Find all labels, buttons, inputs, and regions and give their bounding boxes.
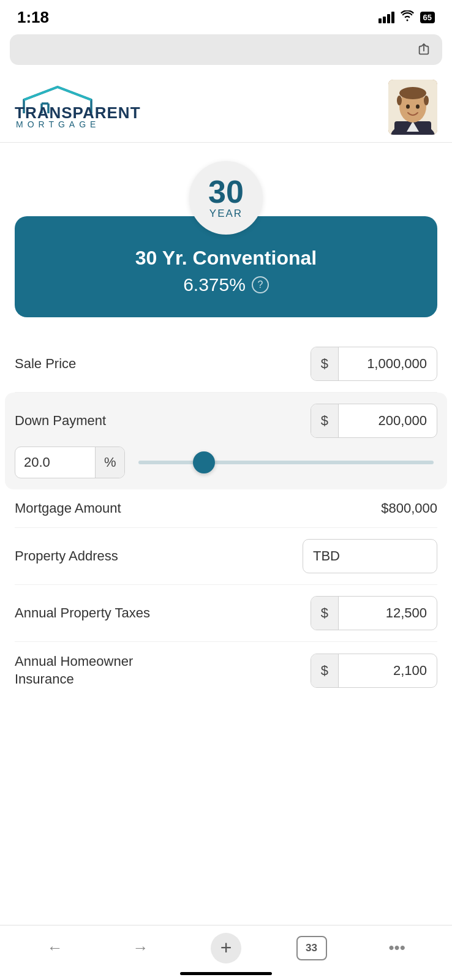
loan-rate: 6.375% bbox=[183, 274, 246, 295]
sale-price-input-wrap: $ bbox=[311, 347, 437, 381]
loan-section: 30 YEAR 30 Yr. Conventional 6.375% ? bbox=[0, 143, 452, 330]
down-payment-label: Down Payment bbox=[15, 413, 106, 429]
mortgage-amount-row: Mortgage Amount $800,000 bbox=[15, 489, 437, 528]
percent-input[interactable] bbox=[15, 447, 95, 478]
mortgage-amount-label: Mortgage Amount bbox=[15, 500, 121, 516]
slider-wrap bbox=[135, 461, 437, 464]
logo: TRANSPARENT MORTGAGE bbox=[15, 85, 162, 129]
sale-price-dollar: $ bbox=[311, 347, 339, 380]
property-address-input[interactable] bbox=[303, 539, 437, 573]
percent-symbol: % bbox=[95, 447, 125, 478]
year-number: 30 bbox=[208, 176, 244, 208]
share-button[interactable] bbox=[415, 41, 432, 58]
status-time: 1:18 bbox=[17, 8, 49, 27]
annual-taxes-input-wrap: $ bbox=[311, 596, 437, 630]
svg-point-13 bbox=[406, 105, 410, 109]
svg-point-11 bbox=[397, 96, 402, 105]
status-bar: 1:18 65 bbox=[0, 0, 452, 31]
info-button[interactable]: ? bbox=[252, 276, 269, 293]
svg-text:TRANSPARENT: TRANSPARENT bbox=[15, 104, 141, 121]
sale-price-label: Sale Price bbox=[15, 356, 76, 372]
annual-taxes-label: Annual Property Taxes bbox=[15, 605, 150, 621]
header: TRANSPARENT MORTGAGE bbox=[0, 69, 452, 143]
year-badge: 30 YEAR bbox=[189, 161, 263, 235]
new-tab-button[interactable]: + bbox=[211, 933, 241, 963]
annual-insurance-dollar: $ bbox=[311, 654, 339, 687]
down-payment-slider[interactable] bbox=[138, 461, 434, 464]
annual-taxes-dollar: $ bbox=[311, 597, 339, 630]
annual-taxes-row: Annual Property Taxes $ bbox=[15, 585, 437, 642]
mortgage-amount-value: $800,000 bbox=[381, 500, 437, 516]
percent-input-wrap: % bbox=[15, 447, 125, 478]
logo-sub-text: MORTGAGE bbox=[16, 119, 162, 129]
down-payment-dollar: $ bbox=[311, 404, 339, 437]
sale-price-row: Sale Price $ bbox=[15, 336, 437, 393]
signal-icon bbox=[379, 11, 394, 23]
more-button[interactable]: ••• bbox=[382, 933, 412, 963]
property-address-label: Property Address bbox=[15, 548, 118, 564]
year-label: YEAR bbox=[209, 208, 243, 220]
svg-point-10 bbox=[399, 87, 426, 99]
annual-insurance-row: Annual Homeowner Insurance $ bbox=[15, 642, 437, 699]
status-icons: 65 bbox=[379, 10, 435, 24]
down-payment-controls: % bbox=[15, 447, 437, 478]
tabs-button[interactable]: 33 bbox=[296, 936, 327, 960]
down-payment-input-wrap: $ bbox=[311, 404, 437, 438]
battery-icon: 65 bbox=[420, 12, 435, 23]
form-section: Sale Price $ Down Payment $ % Mortgage A… bbox=[0, 330, 452, 711]
logo-svg: TRANSPARENT bbox=[15, 85, 162, 121]
home-indicator bbox=[180, 972, 272, 975]
sale-price-input[interactable] bbox=[339, 347, 437, 380]
loan-rate-row: 6.375% ? bbox=[33, 274, 419, 295]
svg-point-14 bbox=[416, 105, 420, 109]
forward-button[interactable]: → bbox=[125, 933, 156, 963]
down-payment-input[interactable] bbox=[339, 404, 437, 437]
loan-type: 30 Yr. Conventional bbox=[33, 247, 419, 270]
svg-point-12 bbox=[424, 96, 429, 105]
down-payment-row: Down Payment $ % bbox=[5, 393, 447, 489]
back-button[interactable]: ← bbox=[40, 933, 70, 963]
agent-avatar bbox=[388, 80, 437, 135]
property-address-row: Property Address bbox=[15, 528, 437, 585]
annual-insurance-label: Annual Homeowner Insurance bbox=[15, 653, 149, 688]
agent-photo bbox=[388, 80, 437, 135]
annual-insurance-input-wrap: $ bbox=[311, 654, 437, 688]
annual-insurance-input[interactable] bbox=[339, 654, 437, 687]
wifi-icon bbox=[401, 10, 414, 24]
browser-bar bbox=[10, 34, 442, 65]
annual-taxes-input[interactable] bbox=[339, 597, 437, 630]
